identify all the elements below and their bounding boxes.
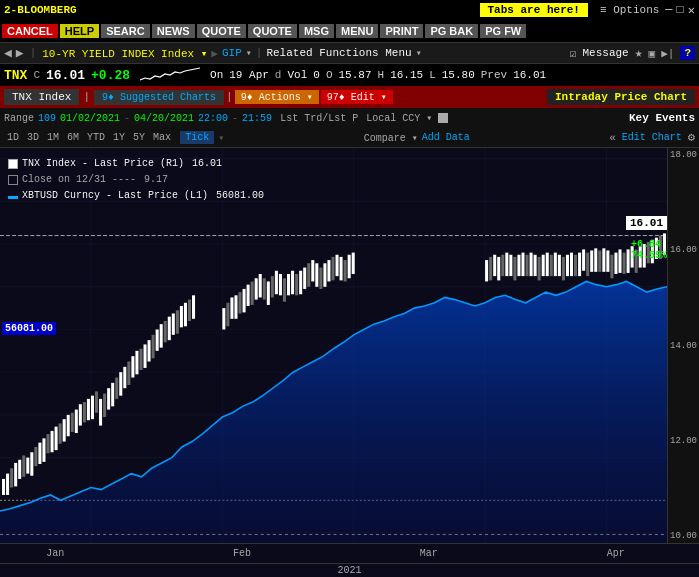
svg-rect-72 (247, 285, 250, 306)
on-label: On (210, 69, 223, 81)
svg-rect-54 (148, 340, 151, 361)
date-from[interactable]: 01/02/2021 (60, 113, 120, 124)
vol-value: 0 (313, 69, 320, 81)
compare-button[interactable]: Compare ▾ (364, 132, 418, 144)
svg-rect-71 (243, 289, 246, 312)
high-label: H (378, 69, 385, 81)
period-5y[interactable]: 5Y (130, 131, 148, 144)
edit-button[interactable]: 97♦ Edit ▾ (321, 90, 393, 104)
help-button[interactable]: HELP (60, 24, 99, 38)
svg-rect-33 (63, 419, 66, 441)
suggested-charts-tab[interactable]: 9♦ Suggested Charts (94, 90, 224, 105)
minimize-button[interactable]: — (665, 3, 672, 17)
time-to[interactable]: 21:59 (242, 113, 272, 124)
period-1y[interactable]: 1Y (110, 131, 128, 144)
svg-rect-31 (55, 427, 58, 450)
gip-link[interactable]: GIP (222, 47, 242, 59)
pgfw-button[interactable]: PG FW (480, 24, 526, 38)
svg-rect-52 (139, 349, 142, 370)
related-functions-menu[interactable]: Related Functions Menu (266, 47, 411, 59)
options-menu[interactable]: ≡ Options (600, 4, 659, 16)
month-mar: Mar (420, 548, 438, 559)
menu-button[interactable]: MENU (336, 24, 378, 38)
svg-rect-120 (570, 253, 573, 276)
svg-rect-108 (521, 253, 524, 276)
svg-rect-55 (152, 335, 155, 358)
msg-button[interactable]: MSG (299, 24, 334, 38)
svg-rect-82 (287, 274, 290, 295)
forward-button[interactable]: ▶ (16, 45, 24, 61)
svg-rect-38 (83, 402, 86, 422)
svg-rect-92 (327, 260, 330, 281)
axis-label-16: 16.00 (670, 245, 697, 255)
tick-button[interactable]: Tick (180, 131, 214, 144)
collapse-button[interactable]: « (609, 132, 616, 144)
time-from[interactable]: 22:00 (198, 113, 228, 124)
svg-rect-56 (156, 329, 159, 350)
actions-button[interactable]: 9♦ Actions ▾ (235, 90, 319, 104)
maximize-button[interactable]: □ (677, 3, 684, 17)
related-dropdown-icon[interactable]: ▾ (416, 47, 422, 59)
lst-trd-label: Lst Trd/Lst P (280, 113, 358, 124)
compare-area: Compare ▾ Add Data (364, 132, 470, 144)
period-1d[interactable]: 1D (4, 131, 22, 144)
search-button[interactable]: SEARC (101, 24, 150, 38)
breadcrumb-link[interactable]: 10-YR YIELD INDEX Index ▾ (42, 47, 207, 60)
svg-rect-43 (103, 394, 106, 417)
svg-rect-47 (119, 372, 122, 395)
add-data-button[interactable]: Add Data (422, 132, 470, 143)
edit-chart-button[interactable]: Edit Chart (622, 132, 682, 143)
current-price-label: 16.01 (626, 216, 667, 230)
axis-label-14: 14.00 (670, 341, 697, 351)
svg-rect-65 (192, 295, 195, 318)
svg-rect-132 (618, 249, 621, 272)
news-button[interactable]: NEWS (152, 24, 195, 38)
svg-rect-26 (34, 447, 37, 466)
date-to[interactable]: 04/20/2021 (134, 113, 194, 124)
svg-rect-93 (331, 257, 334, 280)
price-change-label: +6.84 74.59% (631, 239, 667, 261)
back-button[interactable]: ◀ (4, 45, 12, 61)
svg-rect-37 (79, 404, 82, 425)
open-label: O (326, 69, 333, 81)
price-change: +0.28 (91, 68, 130, 83)
top-bar: 2-BLOOMBERG Tabs are here! ≡ Options — □… (0, 0, 699, 20)
gear-icon[interactable]: ⚙ (688, 130, 695, 145)
window-controls: — □ ✕ (665, 3, 695, 18)
period-6m[interactable]: 6M (64, 131, 82, 144)
tabs-here-button[interactable]: Tabs are here! (480, 3, 588, 17)
svg-rect-67 (226, 303, 229, 326)
key-events-label[interactable]: Key Events (629, 112, 695, 124)
axis-label-10: 10.00 (670, 531, 697, 541)
svg-rect-83 (291, 271, 294, 294)
checkbox-message[interactable]: ☑ (570, 47, 577, 60)
range-value[interactable]: 109 (38, 113, 56, 124)
quote1-button[interactable]: QUOTE (197, 24, 246, 38)
index-tab[interactable]: TNX Index (4, 89, 79, 105)
cancel-button[interactable]: CANCEL (2, 24, 58, 38)
gip-dropdown-icon[interactable]: ▾ (246, 47, 252, 59)
ccy-dropdown[interactable]: ▾ (426, 112, 432, 124)
svg-rect-110 (530, 253, 533, 276)
period-max[interactable]: Max (150, 131, 174, 144)
svg-rect-61 (176, 310, 179, 333)
pgbak-button[interactable]: PG BAK (425, 24, 478, 38)
panel-icon[interactable]: ▣ (649, 47, 656, 60)
svg-rect-111 (534, 255, 537, 276)
help-icon[interactable]: ▶| (661, 47, 674, 60)
period-3d[interactable]: 3D (24, 131, 42, 144)
period-ytd[interactable]: YTD (84, 131, 108, 144)
info-bar: TNX C 16.01 +0.28 On 19 Apr d Vol 0 O 15… (0, 64, 699, 86)
svg-rect-124 (586, 253, 589, 276)
period-1m[interactable]: 1M (44, 131, 62, 144)
question-button[interactable]: ? (680, 46, 695, 60)
prev-value: 16.01 (513, 69, 546, 81)
quote2-button[interactable]: QUOTE (248, 24, 297, 38)
svg-rect-39 (87, 399, 90, 420)
print-button[interactable]: PRINT (380, 24, 423, 38)
message-link[interactable]: Message (582, 47, 628, 59)
chart-canvas[interactable]: TNX Index - Last Price (R1) 16.01 Close … (0, 148, 699, 543)
star-icon[interactable]: ★ (635, 45, 643, 61)
legend-tnx: TNX Index - Last Price (R1) 16.01 (8, 156, 264, 172)
close-button[interactable]: ✕ (688, 3, 695, 18)
